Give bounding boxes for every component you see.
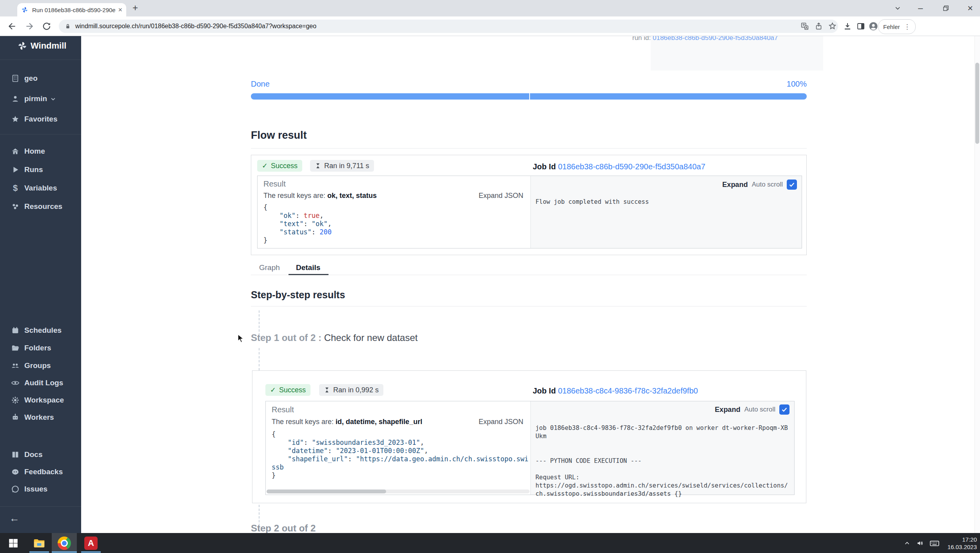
resources-label: Resources <box>24 202 62 211</box>
step1-prefix: Step 1 out of 2 : <box>251 332 321 343</box>
folder-icon <box>11 344 20 352</box>
groups-label: Groups <box>24 361 51 370</box>
sidebar-item-audit-logs[interactable]: Audit Logs <box>0 377 81 389</box>
hourglass-icon <box>315 163 321 169</box>
flow-log-pane: Expand Auto scroll Flow job completed wi… <box>530 176 802 248</box>
forward-icon[interactable] <box>24 21 34 31</box>
step1-result-panel: Result The result keys are: id, datetime… <box>265 401 795 495</box>
flow-job-id-row: Job Id 0186eb38-c86b-d590-290e-f5d350a84… <box>533 162 705 171</box>
taskbar: A 17:20 16.03.2023 <box>0 533 980 553</box>
new-tab-button[interactable]: + <box>132 2 138 13</box>
windmill-logo-icon <box>17 41 27 51</box>
tab-search-icon[interactable] <box>894 0 902 16</box>
file-explorer-icon[interactable] <box>28 533 50 553</box>
step1-heading: Step 1 out of 2 : Check for new dataset <box>251 332 417 343</box>
translate-icon[interactable] <box>800 22 809 31</box>
expand-log-button[interactable]: Expand <box>722 181 748 189</box>
sidebar-item-groups[interactable]: Groups <box>0 360 81 372</box>
progress-status: Done <box>251 80 270 89</box>
building-icon <box>11 74 20 83</box>
sidebar-divider <box>0 60 81 60</box>
sidebar-item-folders[interactable]: Folders <box>0 342 81 354</box>
result-keys: ok, text, status <box>327 192 377 199</box>
page-scrollbar <box>975 36 980 533</box>
back-icon[interactable] <box>7 21 17 31</box>
sidebar-item-workspace-geo[interactable]: geo <box>0 73 81 84</box>
kebab-menu-icon[interactable]: ⋮ <box>904 23 911 31</box>
sidebar-item-workspace-settings[interactable]: Workspace <box>0 394 81 406</box>
horizontal-scrollbar-thumb[interactable] <box>267 490 386 493</box>
sidebar-item-feedbacks[interactable]: Feedbacks <box>0 466 81 478</box>
screen: Run 0186eb38-c86b-d590-290e- × + – × win… <box>0 0 980 553</box>
result-keys-prefix: The result keys are: <box>272 418 336 426</box>
chrome-icon <box>58 537 71 550</box>
tab-details[interactable]: Details <box>296 263 320 272</box>
mouse-cursor <box>238 334 245 344</box>
step1-log-text: job 0186eb38-c8c4-9836-f78c-32fa2def9fb0… <box>535 424 790 498</box>
user-label: pirmin <box>24 94 47 103</box>
progress-bar-step-divider <box>529 93 530 100</box>
reload-icon[interactable] <box>42 21 52 31</box>
collapse-sidebar-button[interactable]: ← <box>9 512 20 524</box>
auto-scroll-checkbox[interactable] <box>779 404 789 415</box>
side-panel-icon[interactable] <box>856 22 866 31</box>
page-scrollbar-thumb[interactable] <box>975 63 979 144</box>
run-id-link[interactable]: 0186eb38-c86b-d590-290e-f5d350a840a7 <box>653 36 778 42</box>
check-icon: ✓ <box>270 386 276 394</box>
share-icon[interactable] <box>815 22 823 31</box>
windmill-brand[interactable]: Windmill <box>17 41 66 51</box>
url-bar[interactable]: windmill.sourcepole.ch/run/0186eb38-c86b… <box>59 20 838 33</box>
sidebar-item-runs[interactable]: Runs <box>0 164 81 176</box>
result-keys-prefix: The result keys are: <box>263 192 327 199</box>
browser-tab[interactable]: Run 0186eb38-c86b-d590-290e- × <box>17 3 126 16</box>
github-icon <box>11 485 20 493</box>
app-open-indicator <box>52 551 77 553</box>
auto-scroll-checkbox[interactable] <box>787 179 797 190</box>
tab-graph[interactable]: Graph <box>259 263 280 272</box>
auto-scroll-label: Auto scroll <box>752 181 783 189</box>
flow-job-id-link[interactable]: 0186eb38-c86b-d590-290e-f5d350a840a7 <box>558 162 705 171</box>
job-id-label: Job Id <box>533 386 556 395</box>
keyboard-icon[interactable] <box>927 533 942 553</box>
sidebar-item-favorites[interactable]: Favorites <box>0 113 81 125</box>
steps-heading: Step-by-step results <box>251 289 345 301</box>
sidebar-item-workers[interactable]: Workers <box>0 412 81 423</box>
acrobat-taskbar-icon[interactable]: A <box>80 533 102 553</box>
app-open-indicator <box>29 551 49 553</box>
step1-job-id-link[interactable]: 0186eb38-c8c4-9836-f78c-32fa2def9fb0 <box>558 386 698 395</box>
sidebar-item-schedules[interactable]: Schedules <box>0 325 81 336</box>
tab-close-icon[interactable]: × <box>118 6 122 14</box>
window-restore-button[interactable] <box>942 0 949 16</box>
flow-log-text: Flow job completed with success <box>535 198 798 206</box>
profile-avatar[interactable] <box>868 21 879 32</box>
error-status-button[interactable]: Fehler ⋮ <box>878 19 916 34</box>
favorites-label: Favorites <box>24 115 57 123</box>
start-button[interactable] <box>3 533 24 553</box>
expand-json-button[interactable]: Expand JSON <box>479 192 523 200</box>
clock-date: 16.03.2023 <box>947 543 977 551</box>
chrome-taskbar-icon[interactable] <box>52 533 77 553</box>
sidebar-item-user-pirmin[interactable]: pirmin <box>0 93 81 105</box>
sidebar-item-variables[interactable]: $ Variables <box>0 182 81 194</box>
download-icon[interactable] <box>843 22 852 31</box>
expand-json-button[interactable]: Expand JSON <box>479 418 523 426</box>
expand-log-button[interactable]: Expand <box>715 406 740 414</box>
sidebar-item-docs[interactable]: Docs <box>0 449 81 461</box>
step-connector-line <box>259 348 260 370</box>
sidebar-item-home[interactable]: Home <box>0 145 81 157</box>
volume-icon[interactable] <box>913 533 927 553</box>
tray-chevron-up-icon[interactable] <box>900 533 914 553</box>
discord-icon <box>11 468 20 476</box>
app-open-indicator <box>81 551 101 553</box>
audit-logs-label: Audit Logs <box>24 379 63 387</box>
sidebar-item-issues[interactable]: Issues <box>0 483 81 495</box>
acrobat-icon: A <box>84 537 98 550</box>
star-icon <box>11 115 20 123</box>
step1-result-json-pane: Result The result keys are: id, datetime… <box>266 401 530 495</box>
bookmark-star-icon[interactable] <box>828 22 837 31</box>
step1-log-pane: Expand Auto scroll job 0186eb38-c8c4-983… <box>530 401 794 495</box>
taskbar-clock[interactable]: 17:20 16.03.2023 <box>947 533 977 553</box>
sidebar-item-resources[interactable]: Resources <box>0 201 81 212</box>
window-minimize-button[interactable]: – <box>918 0 923 16</box>
window-close-button[interactable]: × <box>967 0 973 16</box>
